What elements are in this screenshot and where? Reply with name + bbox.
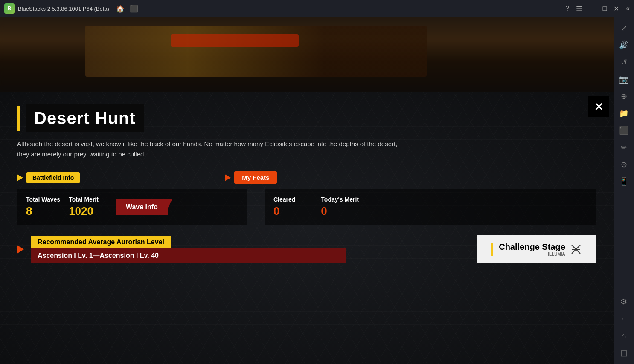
rec-level-range: Ascension I Lv. 1—Ascension I Lv. 40 [31, 248, 346, 263]
total-waves-value: 8 [26, 205, 60, 218]
challenge-logo: ILLUMIA [499, 252, 565, 257]
game-info-panel: ✕ Desert Hunt Although the desert is vas… [0, 92, 614, 364]
sidebar-back-icon[interactable]: ← [616, 311, 631, 326]
title-accent-bar [17, 106, 20, 131]
stage-description: Although the desert is vast, we know it … [17, 139, 401, 159]
menu-icon[interactable]: ☰ [576, 5, 582, 13]
game-top-background [0, 17, 614, 92]
section-headers-row: Battlefield Info My Feats [17, 171, 596, 184]
challenge-stage-button[interactable]: Challenge Stage ILLUMIA [477, 235, 596, 263]
home-nav-icon[interactable]: 🏠 [116, 5, 125, 13]
title-section: Desert Hunt [17, 104, 596, 132]
cleared-label: Cleared [273, 196, 295, 203]
battlefield-info-badge[interactable]: Battlefield Info [26, 172, 80, 183]
sidebar-expand-icon[interactable]: ⤢ [616, 20, 631, 36]
challenge-stage-decor-icon [570, 243, 582, 256]
sidebar-camera-icon[interactable]: 📷 [616, 72, 631, 87]
close-panel-button[interactable]: ✕ [588, 96, 609, 117]
sidebar-layers-icon[interactable]: ⬛ [616, 123, 631, 138]
close-window-button[interactable]: ✕ [614, 5, 619, 13]
sidebar-rotate-icon[interactable]: ↺ [616, 55, 631, 70]
challenge-stage-accent [491, 243, 493, 256]
layers-nav-icon[interactable]: ⬛ [130, 5, 138, 13]
battlefield-info-header: Battlefield Info [17, 172, 80, 183]
my-feats-header: My Feats [225, 171, 277, 184]
sidebar-device-icon[interactable]: 📱 [616, 174, 631, 189]
minimize-button[interactable]: — [589, 5, 596, 12]
game-area: ✕ Desert Hunt Although the desert is vas… [0, 17, 614, 364]
battlefield-stats-box: Total Waves 8 Total Merit 1020 Wave Info [17, 189, 247, 225]
title-background: Desert Hunt [26, 104, 144, 132]
challenge-stage-label: Challenge Stage [499, 242, 565, 252]
todays-merit-label: Today's Merit [321, 196, 359, 203]
my-feats-badge[interactable]: My Feats [234, 171, 277, 184]
main-area: ✕ Desert Hunt Although the desert is vas… [0, 17, 634, 364]
rec-level-title: Recommended Average Aurorian Level [31, 236, 171, 248]
sidebar-folder-icon[interactable]: 📁 [616, 106, 631, 121]
sidebar-zoom-icon[interactable]: ⊕ [616, 89, 631, 104]
recommended-level-section: Recommended Average Aurorian Level Ascen… [17, 235, 596, 263]
titlebar-nav-icons: 🏠 ⬛ [116, 5, 138, 13]
total-merit-value: 1020 [69, 205, 99, 218]
stats-row: Total Waves 8 Total Merit 1020 Wave Info… [17, 189, 596, 225]
titlebar: B BlueStacks 2 5.3.86.1001 P64 (Beta) 🏠 … [0, 0, 634, 17]
total-waves-label: Total Waves [26, 196, 60, 203]
sidebar-home-icon[interactable]: ⌂ [616, 328, 631, 344]
sidebar-volume-icon[interactable]: 🔊 [616, 38, 631, 53]
help-icon[interactable]: ? [566, 5, 570, 12]
panel-content: Desert Hunt Although the desert is vast,… [0, 92, 614, 276]
todays-merit-value: 0 [321, 205, 359, 218]
myfeats-chevron-icon [225, 174, 231, 181]
total-waves-stat: Total Waves 8 [26, 196, 60, 218]
rec-level-chevron-icon [17, 245, 24, 254]
battlefield-chevron-icon [17, 174, 23, 181]
app-name: BlueStacks 2 5.3.86.1001 P64 (Beta) [18, 6, 109, 12]
rec-level-content: Recommended Average Aurorian Level Ascen… [31, 236, 346, 263]
my-feats-stats-box: Cleared 0 Today's Merit 0 [265, 189, 596, 225]
sidebar-settings-icon[interactable]: ⚙ [616, 294, 631, 309]
sidebar-recents-icon[interactable]: ◫ [616, 345, 631, 361]
cleared-value: 0 [273, 205, 295, 218]
app-logo: B [4, 3, 15, 14]
stage-title: Desert Hunt [34, 109, 136, 127]
challenge-stage-text-group: Challenge Stage ILLUMIA [499, 242, 565, 257]
maximize-button[interactable]: □ [602, 5, 607, 12]
sidebar-location-icon[interactable]: ⊙ [616, 157, 631, 172]
sidebar-brush-icon[interactable]: ✏ [616, 140, 631, 155]
wave-info-button[interactable]: Wave Info [116, 199, 168, 215]
right-sidebar: ⤢ 🔊 ↺ 📷 ⊕ 📁 ⬛ ✏ ⊙ 📱 ⚙ ← ⌂ ◫ [614, 17, 634, 364]
titlebar-window-controls: ? ☰ — □ ✕ « [566, 5, 630, 13]
total-merit-label: Total Merit [69, 196, 99, 203]
cleared-stat: Cleared 0 [273, 196, 295, 218]
todays-merit-stat: Today's Merit 0 [321, 196, 359, 218]
collapse-sidebar-icon[interactable]: « [626, 5, 630, 12]
total-merit-stat: Total Merit 1020 [69, 196, 99, 218]
